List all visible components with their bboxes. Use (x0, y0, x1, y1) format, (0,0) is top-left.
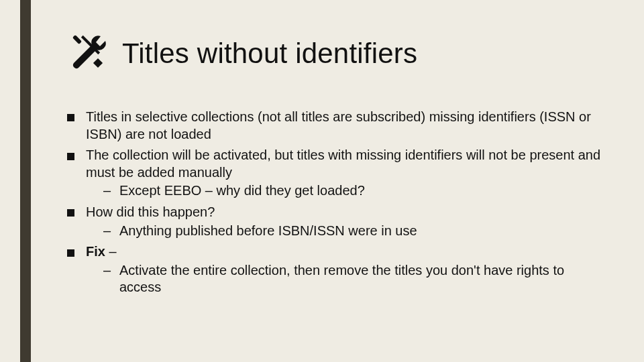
title-row: Titles without identifiers (67, 32, 604, 75)
svg-rect-2 (93, 58, 103, 68)
svg-rect-0 (72, 35, 82, 44)
slide: Titles without identifiers Titles in sel… (0, 0, 644, 362)
sub-list: Except EEBO – why did they get loaded? (103, 182, 604, 200)
bullet-text-rest: – (105, 244, 117, 259)
bullet-text: Titles in selective collections (not all… (86, 109, 591, 141)
sub-bullet-text: Activate the entire collection, then rem… (119, 263, 564, 295)
tools-icon (67, 32, 110, 75)
sub-list: Activate the entire collection, then rem… (103, 262, 604, 296)
list-item: Titles in selective collections (not all… (67, 109, 604, 143)
slide-title: Titles without identifiers (122, 38, 417, 70)
bullet-text: The collection will be activated, but ti… (86, 147, 600, 180)
sub-list-item: Anything published before ISBN/ISSN were… (103, 223, 604, 240)
sub-list-item: Activate the entire collection, then rem… (103, 262, 604, 296)
sub-list-item: Except EEBO – why did they get loaded? (103, 182, 604, 200)
sub-bullet-text: Except EEBO – why did they get loaded? (119, 183, 365, 198)
bullet-text-bold: Fix (86, 244, 105, 259)
bullet-text: How did this happen? (86, 204, 215, 219)
list-item: The collection will be activated, but ti… (67, 147, 604, 200)
sub-list: Anything published before ISBN/ISSN were… (103, 223, 604, 240)
bullet-list: Titles in selective collections (not all… (67, 109, 604, 296)
list-item: Fix – Activate the entire collection, th… (67, 243, 604, 296)
list-item: How did this happen? Anything published … (67, 204, 604, 239)
sub-bullet-text: Anything published before ISBN/ISSN were… (119, 223, 417, 238)
